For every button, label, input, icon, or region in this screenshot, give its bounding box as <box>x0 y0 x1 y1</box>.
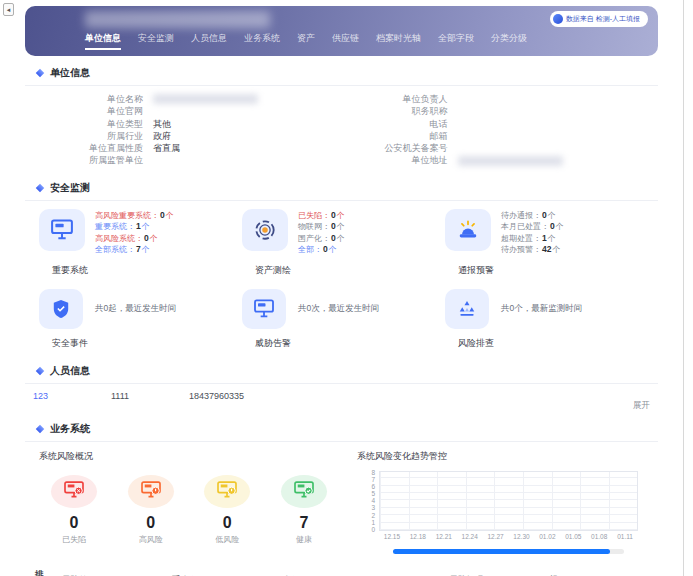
col-system-name: 系统名称 <box>166 564 275 576</box>
field-email: 邮箱 <box>336 130 641 142</box>
field-job-title: 职务职称 <box>336 105 641 117</box>
stat-important-systems: 重要系统：1个 <box>95 221 174 233</box>
high-risk-monitor-icon <box>141 481 161 502</box>
risk-overview-panel: 系统风险概况 0 已失陷 <box>31 446 349 554</box>
tab-archive-timeline[interactable]: 档案时光轴 <box>376 32 421 50</box>
field-affiliation: 单位直属性质 省直属 <box>31 142 336 154</box>
personnel-row: 123 1111 18437960335 展开 <box>25 384 658 414</box>
col-domain: 域名 <box>275 564 444 576</box>
monitor-icon <box>39 209 85 251</box>
redacted-unit-name-value <box>153 94 258 104</box>
event-card-label: 风险排查 <box>458 337 648 350</box>
monitor-card-notification-warning: 待办通报：0个 本月已处置：0个 超期处置：1个 待办预警：42个 通报预警 <box>445 209 648 277</box>
unit-info-grid: 单位名称 单位负责人 单位官网 职务职称 单位类型 其他 电话 <box>25 86 658 173</box>
stat-handled-this-month: 本月已处置：0个 <box>501 221 564 233</box>
section-diamond-icon <box>36 184 44 192</box>
field-unit-website: 单位官网 <box>31 105 336 117</box>
stat-label: 已失陷 <box>41 534 107 545</box>
event-card-text: 共0个，最新监测时间 <box>501 303 582 315</box>
compromised-monitor-icon <box>64 481 84 502</box>
header: 数据来自 检测-人工填报 单位信息 安全监测 人员信息 业务系统 资产 供应链 … <box>25 6 658 56</box>
stat-label: 低风险 <box>194 534 260 545</box>
tab-business-systems[interactable]: 业务系统 <box>244 32 280 50</box>
event-card-risk-screening: 共0个，最新监测时间 风险排查 <box>445 289 648 350</box>
stat-value: 0 <box>41 515 107 531</box>
event-card-threat-alerts: 共0次，最近发生时间 威胁告警 <box>242 289 445 350</box>
low-risk-monitor-icon <box>217 481 237 502</box>
chart-plot-area: 876543210 <box>379 471 638 531</box>
field-phone: 电话 <box>336 118 641 130</box>
stat-overdue: 超期处置：1个 <box>501 233 564 245</box>
person-phone: 18437960335 <box>189 391 244 401</box>
person-name-link[interactable]: 123 <box>33 391 111 401</box>
monitor-cards-row: 高风险重要系统：0个 重要系统：1个 高风险系统：0个 全部系统：7个 重要系统… <box>25 201 658 277</box>
monitor-card-asset-mapping: 已失陷：0个 物联网：0个 国产化：0个 全部：0个 资产测绘 <box>242 209 445 277</box>
redacted-unit-title <box>85 11 270 28</box>
chart-x-axis: 12.1512.1812.2112.2412.2712.3001.0201.05… <box>379 531 638 540</box>
stat-iot: 物联网：0个 <box>298 221 345 233</box>
section-title: 单位信息 <box>50 66 90 80</box>
field-unit-name: 单位名称 <box>31 93 336 105</box>
section-title: 安全监测 <box>50 181 90 195</box>
data-source-label: 数据来自 检测-人工填报 <box>566 14 640 24</box>
monitor-card-label: 资产测绘 <box>255 264 445 277</box>
event-cards-row: 共0起，最近发生时间 安全事件 共0次，最近发生时间 威胁告警 <box>25 277 658 356</box>
risk-trend-title: 系统风险变化趋势管控 <box>357 450 652 463</box>
chart-y-axis: 876543210 <box>365 469 375 533</box>
alert-monitor-icon <box>242 289 286 329</box>
event-card-text: 共0次，最近发生时间 <box>298 303 379 315</box>
event-card-label: 威胁告警 <box>255 337 445 350</box>
stat-value: 7 <box>271 515 337 531</box>
data-source-icon <box>553 14 563 24</box>
stat-pending-warnings: 待办预警：42个 <box>501 244 564 256</box>
stat-label: 高风险 <box>118 534 184 545</box>
event-card-label: 安全事件 <box>52 337 242 350</box>
stat-value: 0 <box>118 515 184 531</box>
risk-trend-chart: 876543210 12.1512.1812.2112.2412.2712.30… <box>363 471 638 554</box>
stat-label: 健康 <box>271 534 337 545</box>
monitor-card-label: 重要系统 <box>52 264 242 277</box>
field-regulator: 所属监管单位 <box>31 154 336 166</box>
stat-pending-notifications: 待办通报：0个 <box>501 210 564 222</box>
tab-unit-info[interactable]: 单位信息 <box>85 32 121 50</box>
event-card-security-events: 共0起，最近发生时间 安全事件 <box>39 289 242 350</box>
stat-value: 0 <box>194 515 260 531</box>
section-title: 人员信息 <box>50 364 90 378</box>
field-police-record-no: 公安机关备案号 <box>336 142 641 154</box>
stat-card-high-risk: 0 高风险 <box>118 475 184 545</box>
shield-icon <box>39 289 83 329</box>
tab-personnel-info[interactable]: 人员信息 <box>191 32 227 50</box>
person-post: 1111 <box>111 391 189 401</box>
field-unit-type: 单位类型 其他 <box>31 118 336 130</box>
section-diamond-icon <box>36 69 44 77</box>
tab-assets[interactable]: 资产 <box>297 32 315 50</box>
risk-trend-panel: 系统风险变化趋势管控 876543210 12.1512.1812.2112.2… <box>349 446 652 554</box>
section-business-header: 业务系统 <box>37 422 658 436</box>
healthy-monitor-icon <box>294 481 314 502</box>
expand-button[interactable]: 展开 <box>633 400 650 412</box>
col-action: 操作 <box>544 564 650 576</box>
tab-classification[interactable]: 分类分级 <box>491 32 527 50</box>
chart-horizontal-scrollbar <box>393 549 624 554</box>
col-rank: 排名 <box>25 564 56 576</box>
tab-security-monitor[interactable]: 安全监测 <box>138 32 174 50</box>
data-source-badge[interactable]: 数据来自 检测-人工填报 <box>550 11 648 27</box>
stat-all-systems: 全部系统：7个 <box>95 244 174 256</box>
field-industry: 所属行业 政府 <box>31 130 336 142</box>
section-title: 业务系统 <box>50 422 90 436</box>
field-unit-address: 单位地址 <box>336 154 641 166</box>
section-unit-info-header: 单位信息 <box>37 66 658 80</box>
tab-supply-chain[interactable]: 供应链 <box>332 32 359 50</box>
collapse-panel-button[interactable]: ◂ <box>3 3 14 16</box>
stat-domestic: 国产化：0个 <box>298 233 345 245</box>
stat-card-healthy: 7 健康 <box>271 475 337 545</box>
section-personnel-header: 人员信息 <box>37 364 658 378</box>
radar-icon <box>242 209 288 251</box>
section-diamond-icon <box>36 367 44 375</box>
stat-high-risk-important: 高风险重要系统：0个 <box>95 210 174 222</box>
field-unit-head: 单位负责人 <box>336 93 641 105</box>
tab-all-fields[interactable]: 全部字段 <box>438 32 474 50</box>
stat-card-compromised: 0 已失陷 <box>41 475 107 545</box>
col-risk-overview: 风险概况 <box>444 564 544 576</box>
chart-scrollbar-thumb[interactable] <box>393 549 610 554</box>
